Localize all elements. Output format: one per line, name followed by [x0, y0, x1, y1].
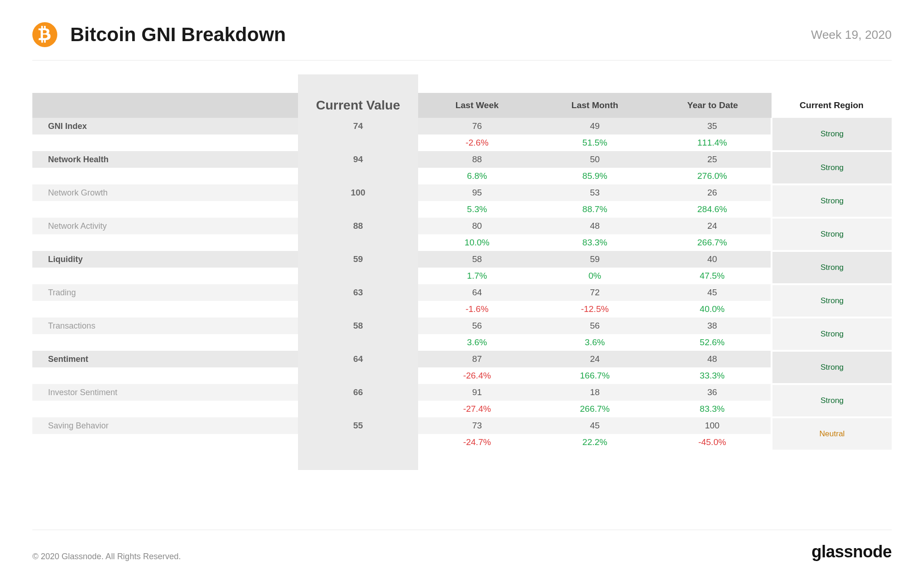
last-week-pct: -24.7%	[418, 434, 536, 451]
metric-name: Network Health	[32, 151, 298, 168]
last-month-pct: 3.6%	[536, 334, 654, 351]
last-month-pct: 22.2%	[536, 434, 654, 451]
last-month-value: 59	[536, 251, 654, 268]
table-row: Network Growth100955326Strong	[32, 184, 892, 201]
table-row: Saving Behavior557345100Neutral	[32, 417, 892, 434]
last-month-pct: 51.5%	[536, 134, 654, 151]
current-blank	[298, 334, 418, 351]
current-value: 59	[298, 251, 418, 268]
current-blank	[298, 234, 418, 251]
table-row: Transactions58565638Strong	[32, 317, 892, 334]
region-badge: Strong	[772, 151, 892, 184]
last-month-value: 18	[536, 384, 654, 401]
table-row: 3.6%3.6%52.6%	[32, 334, 892, 351]
current-value: 58	[298, 317, 418, 334]
ytd-value: 36	[654, 384, 772, 401]
table-row: -2.6%51.5%111.4%	[32, 134, 892, 151]
metric-name-blank	[32, 134, 298, 151]
page-title: Bitcoin GNI Breakdown	[70, 24, 286, 46]
ytd-pct: 52.6%	[654, 334, 772, 351]
current-value: 66	[298, 384, 418, 401]
ytd-pct: -45.0%	[654, 434, 772, 451]
table-row: 10.0%83.3%266.7%	[32, 234, 892, 251]
table-row: -27.4%266.7%83.3%	[32, 401, 892, 417]
metric-name-blank	[32, 201, 298, 218]
table-row: -26.4%166.7%33.3%	[32, 367, 892, 384]
last-month-value: 24	[536, 351, 654, 367]
ytd-pct: 111.4%	[654, 134, 772, 151]
last-month-pct: 166.7%	[536, 367, 654, 384]
col-current: Current Value	[298, 93, 418, 118]
header-left: Bitcoin GNI Breakdown	[32, 22, 286, 47]
footer: © 2020 Glassnode. All Rights Reserved. g…	[32, 530, 892, 562]
table-row: 6.8%85.9%276.0%	[32, 168, 892, 184]
gni-table: Current Value Last Week Last Month Year …	[32, 93, 892, 452]
ytd-pct: 47.5%	[654, 268, 772, 284]
last-month-pct: 266.7%	[536, 401, 654, 417]
current-value: 63	[298, 284, 418, 301]
last-week-value: 64	[418, 284, 536, 301]
region-badge: Strong	[772, 118, 892, 151]
ytd-value: 26	[654, 184, 772, 201]
region-badge: Strong	[772, 384, 892, 417]
current-value: 94	[298, 151, 418, 168]
last-month-value: 48	[536, 218, 654, 234]
table-row: 1.7%0%47.5%	[32, 268, 892, 284]
metric-name-blank	[32, 334, 298, 351]
ytd-value: 40	[654, 251, 772, 268]
metric-name: Network Activity	[32, 218, 298, 234]
last-month-pct: 88.7%	[536, 201, 654, 218]
table-row: Investor Sentiment66911836Strong	[32, 384, 892, 401]
table-row: Network Health94885025Strong	[32, 151, 892, 168]
last-week-pct: 6.8%	[418, 168, 536, 184]
table-row: Sentiment64872448Strong	[32, 351, 892, 367]
region-badge: Strong	[772, 218, 892, 251]
ytd-value: 48	[654, 351, 772, 367]
ytd-pct: 266.7%	[654, 234, 772, 251]
last-week-value: 73	[418, 417, 536, 434]
table-row: GNI Index74764935Strong	[32, 118, 892, 134]
last-week-pct: -26.4%	[418, 367, 536, 384]
col-last-month: Last Month	[536, 93, 654, 118]
current-value: 55	[298, 417, 418, 434]
last-month-value: 53	[536, 184, 654, 201]
header: Bitcoin GNI Breakdown Week 19, 2020	[32, 22, 892, 61]
last-week-pct: -27.4%	[418, 401, 536, 417]
col-last-week: Last Week	[418, 93, 536, 118]
last-week-pct: 3.6%	[418, 334, 536, 351]
bitcoin-icon	[32, 22, 57, 47]
ytd-pct: 276.0%	[654, 168, 772, 184]
metric-name-blank	[32, 268, 298, 284]
metric-name-blank	[32, 234, 298, 251]
brand-logo: glassnode	[811, 542, 892, 562]
last-week-value: 95	[418, 184, 536, 201]
ytd-pct: 33.3%	[654, 367, 772, 384]
metric-name-blank	[32, 434, 298, 451]
last-week-pct: 5.3%	[418, 201, 536, 218]
region-badge: Strong	[772, 251, 892, 284]
current-blank	[298, 434, 418, 451]
table-row: Liquidity59585940Strong	[32, 251, 892, 268]
last-week-value: 91	[418, 384, 536, 401]
last-month-value: 72	[536, 284, 654, 301]
ytd-value: 24	[654, 218, 772, 234]
metric-name: Liquidity	[32, 251, 298, 268]
ytd-pct: 83.3%	[654, 401, 772, 417]
ytd-value: 35	[654, 118, 772, 134]
table-row: Network Activity88804824Strong	[32, 218, 892, 234]
week-label: Week 19, 2020	[811, 28, 892, 42]
current-blank	[298, 134, 418, 151]
table-row: Trading63647245Strong	[32, 284, 892, 301]
last-month-pct: 83.3%	[536, 234, 654, 251]
last-week-pct: -2.6%	[418, 134, 536, 151]
last-week-value: 58	[418, 251, 536, 268]
table-row: 5.3%88.7%284.6%	[32, 201, 892, 218]
ytd-value: 25	[654, 151, 772, 168]
last-month-value: 50	[536, 151, 654, 168]
metric-name: Saving Behavior	[32, 417, 298, 434]
current-value: 64	[298, 351, 418, 367]
last-week-pct: 1.7%	[418, 268, 536, 284]
last-week-pct: 10.0%	[418, 234, 536, 251]
last-month-pct: 0%	[536, 268, 654, 284]
current-value: 100	[298, 184, 418, 201]
